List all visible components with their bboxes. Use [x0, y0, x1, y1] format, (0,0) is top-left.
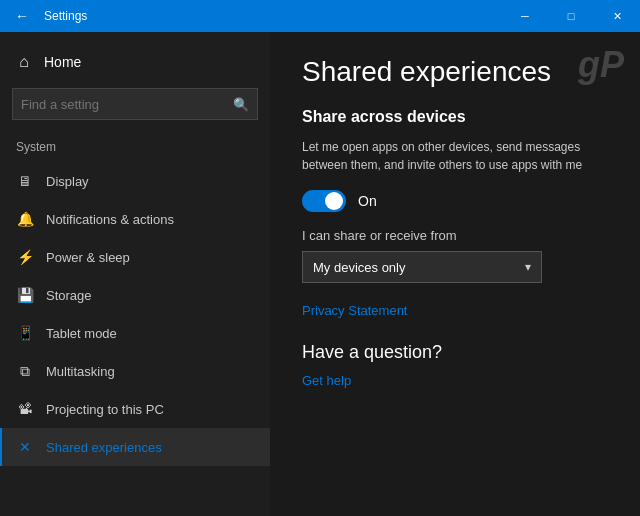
sidebar-item-label: Display — [46, 174, 89, 189]
sidebar-item-shared-experiences[interactable]: ✕ Shared experiences — [0, 428, 270, 466]
display-icon: 🖥 — [16, 172, 34, 190]
sidebar-item-label: Multitasking — [46, 364, 115, 379]
toggle-thumb — [325, 192, 343, 210]
titlebar-left: ← Settings — [8, 2, 87, 30]
search-icon: 🔍 — [233, 97, 249, 112]
system-label: System — [0, 136, 270, 162]
shared-icon: ✕ — [16, 438, 34, 456]
sidebar-item-notifications[interactable]: 🔔 Notifications & actions — [0, 200, 270, 238]
sidebar-item-label: Shared experiences — [46, 440, 162, 455]
sidebar-item-display[interactable]: 🖥 Display — [0, 162, 270, 200]
titlebar-controls: ─ □ ✕ — [502, 0, 640, 32]
get-help-link[interactable]: Get help — [302, 373, 351, 388]
devices-dropdown[interactable]: My devices only ▾ — [302, 251, 542, 283]
sidebar-item-label: Notifications & actions — [46, 212, 174, 227]
share-receive-label: I can share or receive from — [302, 228, 608, 243]
sidebar-item-label: Storage — [46, 288, 92, 303]
section-title: Share across devices — [302, 108, 608, 126]
tablet-icon: 📱 — [16, 324, 34, 342]
sidebar-home-label: Home — [44, 54, 81, 70]
section-description: Let me open apps on other devices, send … — [302, 138, 608, 174]
multitasking-icon: ⧉ — [16, 362, 34, 380]
home-icon: ⌂ — [16, 54, 32, 70]
sidebar-item-label: Power & sleep — [46, 250, 130, 265]
sidebar-item-multitasking[interactable]: ⧉ Multitasking — [0, 352, 270, 390]
app-container: ⌂ Home 🔍 System 🖥 Display 🔔 Notification… — [0, 32, 640, 516]
projecting-icon: 📽 — [16, 400, 34, 418]
sidebar-item-label: Projecting to this PC — [46, 402, 164, 417]
privacy-statement-link[interactable]: Privacy Statement — [302, 303, 608, 318]
content-area: gP Shared experiences Share across devic… — [270, 32, 640, 516]
sidebar-item-tablet[interactable]: 📱 Tablet mode — [0, 314, 270, 352]
back-button[interactable]: ← — [8, 2, 36, 30]
share-toggle[interactable] — [302, 190, 346, 212]
dropdown-value: My devices only — [313, 260, 405, 275]
gp-watermark: gP — [578, 44, 624, 86]
maximize-button[interactable]: □ — [548, 0, 594, 32]
minimize-button[interactable]: ─ — [502, 0, 548, 32]
power-icon: ⚡ — [16, 248, 34, 266]
question-heading: Have a question? — [302, 342, 608, 363]
sidebar: ⌂ Home 🔍 System 🖥 Display 🔔 Notification… — [0, 32, 270, 516]
toggle-row: On — [302, 190, 608, 212]
sidebar-item-home[interactable]: ⌂ Home — [0, 44, 270, 80]
notifications-icon: 🔔 — [16, 210, 34, 228]
sidebar-item-power[interactable]: ⚡ Power & sleep — [0, 238, 270, 276]
page-title: Shared experiences — [302, 56, 608, 88]
sidebar-item-label: Tablet mode — [46, 326, 117, 341]
sidebar-item-projecting[interactable]: 📽 Projecting to this PC — [0, 390, 270, 428]
toggle-label: On — [358, 193, 377, 209]
close-button[interactable]: ✕ — [594, 0, 640, 32]
storage-icon: 💾 — [16, 286, 34, 304]
sidebar-item-storage[interactable]: 💾 Storage — [0, 276, 270, 314]
titlebar: ← Settings ─ □ ✕ — [0, 0, 640, 32]
chevron-down-icon: ▾ — [525, 260, 531, 274]
titlebar-title: Settings — [44, 9, 87, 23]
search-box[interactable]: 🔍 — [12, 88, 258, 120]
search-input[interactable] — [21, 97, 233, 112]
